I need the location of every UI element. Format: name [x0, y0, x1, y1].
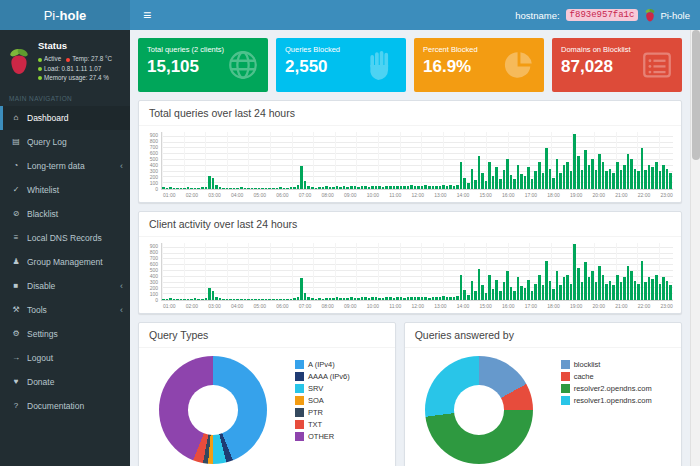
- bar: [400, 186, 403, 189]
- legend-item-resolver1-opendns-com[interactable]: resolver1.opendns.com: [561, 396, 652, 405]
- scrollbar-thumb[interactable]: [692, 30, 700, 160]
- sidebar-item-disable[interactable]: ■Disable‹: [0, 274, 130, 298]
- bar: [481, 173, 484, 189]
- sidebar-item-local-dns-records[interactable]: ≡Local DNS Records: [0, 226, 130, 250]
- donut-chart: [425, 356, 533, 464]
- bar: [276, 188, 279, 189]
- sidebar-item-blacklist[interactable]: ⊘Blacklist: [0, 202, 130, 226]
- x-tick-label: 18:00: [547, 192, 560, 198]
- bar: [343, 186, 346, 189]
- panel-title-client-activity: Client activity over last 24 hours: [139, 212, 681, 237]
- scrollbar[interactable]: [690, 30, 700, 466]
- legend-item-ptr[interactable]: PTR: [295, 408, 350, 417]
- status-active: Active: [38, 54, 61, 63]
- bar: [297, 185, 300, 189]
- legend-item-aaaa-ipv6-[interactable]: AAAA (IPv6): [295, 372, 350, 381]
- stat-card-queries-blocked[interactable]: Queries Blocked2,550: [276, 38, 406, 92]
- bar: [329, 187, 332, 189]
- sidebar-item-donate[interactable]: ♥Donate: [0, 370, 130, 394]
- bar: [357, 298, 360, 300]
- bar: [651, 167, 654, 189]
- x-tick-label: 03:00: [208, 303, 221, 309]
- x-tick-label: 02:00: [186, 303, 199, 309]
- bar: [222, 188, 225, 189]
- legend-item-srv[interactable]: SRV: [295, 384, 350, 393]
- bar: [197, 188, 200, 189]
- x-tick-label: 22:00: [638, 192, 651, 198]
- legend-item-a-ipv4-[interactable]: A (IPv4): [295, 360, 350, 369]
- bar: [421, 186, 424, 189]
- bar: [385, 297, 388, 300]
- bar: [449, 297, 452, 300]
- bar: [180, 299, 183, 300]
- bar: [336, 186, 339, 189]
- clock-icon: ◔: [11, 161, 21, 170]
- bar: [605, 171, 608, 189]
- bar: [265, 299, 268, 300]
- app-logo[interactable]: Pi-hole: [0, 0, 130, 30]
- sidebar-item-logout[interactable]: →Logout: [0, 346, 130, 370]
- bar: [318, 298, 321, 300]
- sidebar-item-query-log[interactable]: ▤Query Log: [0, 130, 130, 154]
- bar: [290, 299, 293, 300]
- x-tick-label: 16:00: [502, 192, 515, 198]
- bar: [488, 162, 491, 189]
- legend-item-resolver2-opendns-com[interactable]: resolver2.opendns.com: [561, 384, 652, 393]
- status-dot-icon: [38, 58, 42, 62]
- sidebar-item-dashboard[interactable]: ⌂Dashboard: [0, 106, 130, 130]
- legend-label: PTR: [308, 408, 323, 417]
- bar: [495, 167, 498, 189]
- sidebar-item-group-management[interactable]: ♟Group Management: [0, 250, 130, 274]
- x-tick-label: 13:00: [434, 303, 447, 309]
- sidebar-item-label: Logout: [27, 353, 53, 363]
- bar: [609, 281, 612, 300]
- hamburger-menu-icon[interactable]: ≡: [130, 0, 164, 30]
- legend-item-txt[interactable]: TXT: [295, 420, 350, 429]
- stat-card-total-queries-2-clients-[interactable]: Total queries (2 clients)15,105: [138, 38, 268, 92]
- bar: [520, 286, 523, 300]
- stat-card-domains-on-blocklist[interactable]: Domains on Blocklist87,028: [552, 38, 682, 92]
- legend-item-blocklist[interactable]: blocklist: [561, 360, 652, 369]
- bar: [350, 186, 353, 189]
- bar: [471, 281, 474, 300]
- sidebar-item-long-term-data[interactable]: ◔Long-term data‹: [0, 154, 130, 178]
- bar: [474, 180, 477, 189]
- bar: [584, 150, 587, 189]
- x-tick-label: 21:00: [615, 192, 628, 198]
- bar: [346, 187, 349, 189]
- legend-item-cache[interactable]: cache: [561, 372, 652, 381]
- legend-item-other[interactable]: OTHER: [295, 432, 350, 441]
- bar: [449, 185, 452, 189]
- sidebar-item-settings[interactable]: ⚙Settings: [0, 322, 130, 346]
- bar: [644, 170, 647, 189]
- bar: [371, 297, 374, 300]
- sidebar-item-label: Blacklist: [27, 209, 58, 219]
- bar: [559, 285, 562, 300]
- bar: [623, 165, 626, 189]
- sidebar-item-label: Local DNS Records: [27, 233, 102, 243]
- bar: [424, 297, 427, 300]
- sidebar-item-documentation[interactable]: ?Documentation: [0, 394, 130, 418]
- pihole-home-link[interactable]: Pi-hole: [644, 8, 690, 22]
- bar: [332, 187, 335, 189]
- stat-card-percent-blocked[interactable]: Percent Blocked16.9%: [414, 38, 544, 92]
- panel-queries-answered-by: Queries answered by blocklistcacheresolv…: [404, 322, 682, 466]
- bar: [591, 159, 594, 189]
- panel-query-types: Query Types A (IPv4)AAAA (IPv6)SRVSOAPTR…: [138, 322, 396, 466]
- legend-swatch: [561, 360, 570, 369]
- bar: [236, 188, 239, 189]
- bar: [453, 297, 456, 300]
- sidebar-item-tools[interactable]: ⚒Tools‹: [0, 298, 130, 322]
- bar: [233, 188, 236, 189]
- x-tick-label: 07:00: [299, 303, 312, 309]
- legend-swatch: [561, 372, 570, 381]
- bar: [467, 183, 470, 189]
- legend-swatch: [295, 372, 304, 381]
- sidebar-item-whitelist[interactable]: ✓Whitelist: [0, 178, 130, 202]
- legend-label: blocklist: [574, 360, 601, 369]
- bar: [251, 188, 254, 189]
- bar: [304, 293, 307, 300]
- legend-item-soa[interactable]: SOA: [295, 396, 350, 405]
- chevron-left-icon: ‹: [120, 281, 123, 291]
- panel-title-queries-answered-by: Queries answered by: [405, 323, 681, 348]
